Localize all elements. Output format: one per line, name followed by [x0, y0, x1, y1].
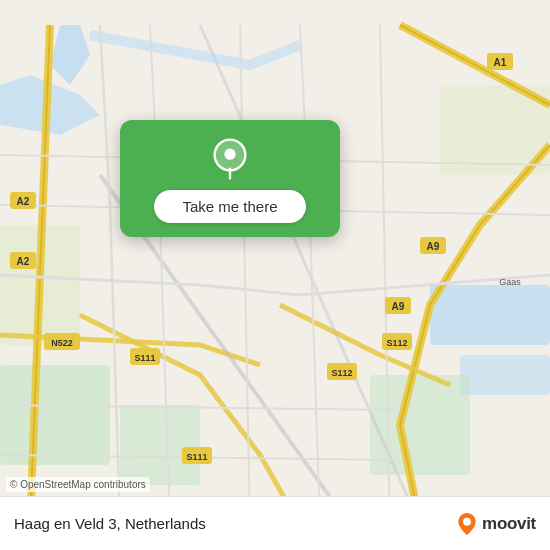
svg-text:A1: A1 — [494, 57, 507, 68]
moovit-pin-icon — [456, 513, 478, 535]
svg-rect-1 — [460, 355, 550, 395]
svg-text:N522: N522 — [51, 338, 73, 348]
popup-card: Take me there — [120, 120, 340, 237]
take-me-there-button[interactable]: Take me there — [154, 190, 305, 223]
svg-text:S111: S111 — [186, 452, 207, 462]
location-pin-icon — [209, 138, 251, 180]
map-container: A1 A2 A2 A9 A9 N522 S111 S111 S112 S112 … — [0, 0, 550, 550]
svg-point-31 — [463, 517, 471, 525]
location-text: Haag en Veld 3, Netherlands — [14, 515, 206, 532]
svg-text:S112: S112 — [386, 338, 407, 348]
svg-point-30 — [224, 149, 235, 160]
svg-text:A2: A2 — [17, 196, 30, 207]
svg-rect-2 — [0, 365, 110, 465]
map-svg: A1 A2 A2 A9 A9 N522 S111 S111 S112 S112 … — [0, 0, 550, 550]
moovit-wordmark: moovit — [482, 514, 536, 534]
moovit-logo: moovit — [456, 513, 536, 535]
bottom-bar: Haag en Veld 3, Netherlands moovit — [0, 496, 550, 550]
svg-rect-3 — [120, 405, 200, 485]
svg-text:A2: A2 — [17, 256, 30, 267]
osm-credit: © OpenStreetMap contributors — [6, 477, 150, 492]
svg-rect-0 — [430, 285, 550, 345]
svg-text:A9: A9 — [427, 241, 440, 252]
svg-text:A9: A9 — [392, 301, 405, 312]
svg-text:Gaas: Gaas — [499, 277, 521, 287]
svg-text:S112: S112 — [331, 368, 352, 378]
svg-text:S111: S111 — [134, 353, 155, 363]
